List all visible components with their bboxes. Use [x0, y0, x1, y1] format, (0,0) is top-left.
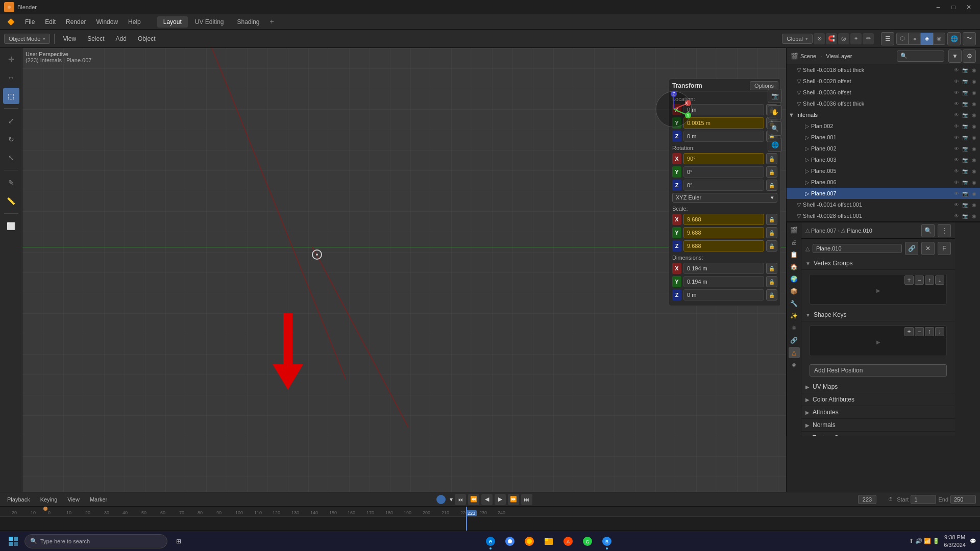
- tree-item-plane002[interactable]: ▷ Plane.002 👁 📷 ◉: [787, 143, 980, 154]
- tree-item-shell-offset-001[interactable]: ▽ Shell -0.0014 offset.001 👁 📷 ◉: [787, 199, 980, 210]
- next-keyframe-btn[interactable]: ⏩: [508, 494, 519, 505]
- taskbar-app7-icon[interactable]: B: [598, 532, 616, 550]
- orientation-gizmo[interactable]: X Y Z: [653, 89, 694, 130]
- timeline-track[interactable]: -20 -10 0 10 20 30 40 50 60 70 80 90 100…: [0, 507, 980, 531]
- mesh-name-input[interactable]: Plane.010: [813, 244, 902, 253]
- start-frame-input[interactable]: 1: [911, 495, 936, 504]
- rotation-z-lock[interactable]: 🔒: [766, 180, 777, 191]
- scale-y-lock[interactable]: 🔒: [766, 227, 777, 238]
- tree-item-shell-3[interactable]: ▽ Shell -0.0036 offset 👁 📷 ◉: [787, 87, 980, 98]
- visibility-icon[interactable]: 👁: [952, 201, 961, 209]
- viewport-3d[interactable]: User Perspective (223) Internals | Plane…: [22, 48, 786, 492]
- minimize-button[interactable]: –: [931, 0, 945, 14]
- render-vis-icon[interactable]: ◉: [970, 144, 978, 153]
- tree-item-shell-offset-002[interactable]: ▽ Shell -0.0028 offset.001 👁 📷 ◉: [787, 210, 980, 221]
- render-vis-icon[interactable]: ◉: [970, 189, 978, 197]
- data-props-icon[interactable]: △: [789, 347, 800, 358]
- snap-align-icon[interactable]: ⌖: [850, 33, 862, 44]
- playback-menu[interactable]: Playback: [4, 495, 33, 504]
- annotate-tool[interactable]: ✎: [3, 174, 19, 191]
- vgroup-add-btn[interactable]: +: [904, 276, 914, 285]
- render-vis-icon[interactable]: ◉: [970, 99, 978, 108]
- hand-gizmo[interactable]: ✋: [768, 105, 782, 119]
- render-vis-icon[interactable]: ◉: [970, 111, 978, 119]
- zoom-gizmo[interactable]: 🔍: [768, 121, 782, 136]
- tree-item-shell-1[interactable]: ▽ Shell -0.0018 offset thick 👁 📷 ◉: [787, 64, 980, 76]
- tree-item-shell-2[interactable]: ▽ Shell -0.0028 offset 👁 📷 ◉: [787, 76, 980, 87]
- select-box-tool[interactable]: ⬚: [3, 88, 19, 104]
- outliner-filter-btn[interactable]: ▼: [948, 49, 962, 63]
- visibility-icon[interactable]: 👁: [952, 111, 961, 119]
- visibility-icon[interactable]: 👁: [952, 189, 961, 197]
- end-frame-input[interactable]: 250: [950, 495, 976, 504]
- scale-z-lock[interactable]: 🔒: [766, 240, 777, 252]
- close-button[interactable]: ✕: [962, 0, 976, 14]
- dim-x-lock[interactable]: 🔒: [766, 263, 777, 274]
- rotation-x-lock[interactable]: 🔒: [766, 153, 777, 164]
- constraints-props-icon[interactable]: 🔗: [789, 335, 800, 346]
- tree-item-internals[interactable]: ▼ Internals 👁 📷 ◉: [787, 109, 980, 120]
- camera-vis-icon[interactable]: 📷: [961, 99, 969, 108]
- scale-y-input[interactable]: 9.688: [683, 227, 764, 238]
- camera-vis-icon[interactable]: 📷: [961, 212, 969, 220]
- physics-props-icon[interactable]: ⚛: [789, 322, 800, 334]
- current-frame-display[interactable]: 223: [858, 495, 876, 504]
- vgroup-move-up-btn[interactable]: ↑: [925, 276, 934, 285]
- header-view-menu[interactable]: View: [59, 34, 80, 44]
- menu-file[interactable]: File: [21, 17, 39, 27]
- add-cube-tool[interactable]: ⬜: [3, 218, 19, 234]
- location-x-input[interactable]: 0 m: [683, 104, 764, 115]
- render-vis-icon[interactable]: ◉: [970, 167, 978, 175]
- camera-vis-icon[interactable]: 📷: [961, 201, 969, 209]
- scale-x-input[interactable]: 9.688: [683, 214, 764, 225]
- dim-x-input[interactable]: 0.194 m: [683, 263, 764, 274]
- prev-keyframe-btn[interactable]: ⏪: [468, 494, 479, 505]
- shape-keys-section-header[interactable]: ▼ Shape Keys: [801, 309, 955, 321]
- add-rest-position-button[interactable]: Add Rest Position: [810, 364, 947, 377]
- render-vis-icon[interactable]: ◉: [970, 66, 978, 74]
- taskbar-search[interactable]: 🔍 Type here to search: [24, 534, 167, 548]
- camera-vis-icon[interactable]: 📷: [961, 167, 969, 175]
- overlay-toggle[interactable]: ☰: [881, 32, 894, 45]
- tree-item-plane003[interactable]: ▷ Plane.003 👁 📷 ◉: [787, 154, 980, 165]
- normals-section-header[interactable]: ▶ Normals: [801, 419, 955, 432]
- play-btn[interactable]: ▶: [495, 494, 506, 505]
- workspace-uv-editing[interactable]: UV Editing: [189, 16, 230, 28]
- camera-vis-icon[interactable]: 📷: [961, 144, 969, 153]
- world-props-icon[interactable]: 🌍: [789, 273, 800, 285]
- menu-blender[interactable]: 🔶: [3, 17, 19, 27]
- transform-pivot-icon[interactable]: ⊙: [814, 33, 825, 44]
- play-reverse-btn[interactable]: ◀: [481, 494, 493, 505]
- header-select-menu[interactable]: Select: [83, 34, 108, 44]
- scale-z-input[interactable]: 9.688: [683, 240, 764, 252]
- dim-y-input[interactable]: 0.194 m: [683, 276, 764, 287]
- visibility-icon[interactable]: 👁: [952, 122, 961, 130]
- visibility-icon[interactable]: 👁: [952, 156, 961, 164]
- particles-props-icon[interactable]: ✨: [789, 310, 800, 321]
- scene-props-icon[interactable]: 🏠: [789, 261, 800, 272]
- snap-icon[interactable]: 🧲: [826, 33, 837, 44]
- visibility-icon[interactable]: 👁: [952, 144, 961, 153]
- notification-icon[interactable]: 💬: [970, 538, 976, 544]
- vertex-groups-section-header[interactable]: ▼ Vertex Groups: [801, 257, 955, 270]
- output-props-icon[interactable]: 🖨: [789, 237, 800, 248]
- taskbar-edge-icon[interactable]: e: [481, 532, 500, 550]
- render-vis-icon[interactable]: ◉: [970, 122, 978, 130]
- camera-vis-icon[interactable]: 📷: [961, 133, 969, 141]
- jump-end-btn[interactable]: ⏭: [521, 494, 532, 505]
- menu-help[interactable]: Help: [124, 17, 145, 27]
- maximize-button[interactable]: □: [946, 0, 961, 14]
- task-view-btn[interactable]: ⊞: [169, 532, 188, 550]
- visibility-icon[interactable]: 👁: [952, 133, 961, 141]
- scale-x-lock[interactable]: 🔒: [766, 214, 777, 225]
- taskbar-firefox-icon[interactable]: [520, 532, 538, 550]
- wave-icon[interactable]: 〜: [963, 32, 976, 45]
- wireframe-mode-btn[interactable]: ⬡: [896, 33, 909, 45]
- taskbar-app6-icon[interactable]: G: [578, 532, 597, 550]
- visibility-icon[interactable]: 👁: [952, 167, 961, 175]
- render-vis-icon[interactable]: ◉: [970, 178, 978, 186]
- camera-vis-icon[interactable]: 📷: [961, 66, 969, 74]
- visibility-icon[interactable]: 👁: [952, 66, 961, 74]
- material-props-icon[interactable]: ◈: [789, 359, 800, 370]
- props-search-btn[interactable]: 🔍: [921, 224, 935, 237]
